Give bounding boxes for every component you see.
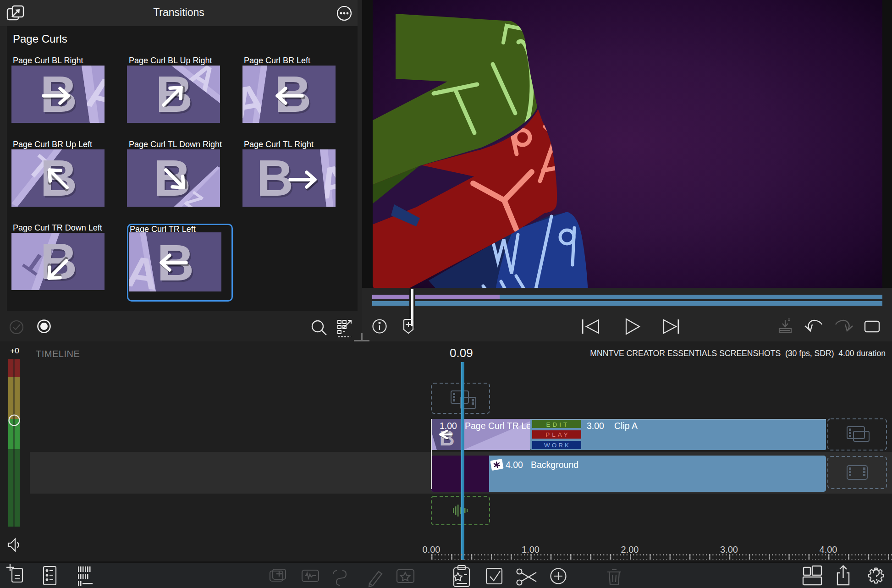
svg-text:Page Curl TR Le: Page Curl TR Le [465, 421, 531, 431]
svg-text:1.00: 1.00 [522, 544, 540, 555]
svg-text:2.00: 2.00 [621, 544, 639, 555]
svg-text:+0: +0 [10, 346, 19, 355]
svg-text:Clip A: Clip A [614, 421, 638, 431]
svg-text:B: B [40, 233, 77, 290]
svg-text:0.00: 0.00 [423, 544, 440, 555]
svg-text:EDIT: EDIT [546, 421, 570, 428]
svg-text:4.00: 4.00 [820, 544, 837, 555]
svg-text:B: B [257, 149, 294, 207]
svg-text:WORK: WORK [544, 442, 571, 449]
svg-text:3.00: 3.00 [587, 421, 604, 431]
svg-text:4.00: 4.00 [506, 460, 523, 470]
svg-text:Background: Background [531, 460, 578, 470]
svg-text:1.00: 1.00 [440, 421, 457, 431]
svg-text:PLAY: PLAY [545, 431, 570, 438]
svg-text:3.00: 3.00 [720, 544, 738, 555]
